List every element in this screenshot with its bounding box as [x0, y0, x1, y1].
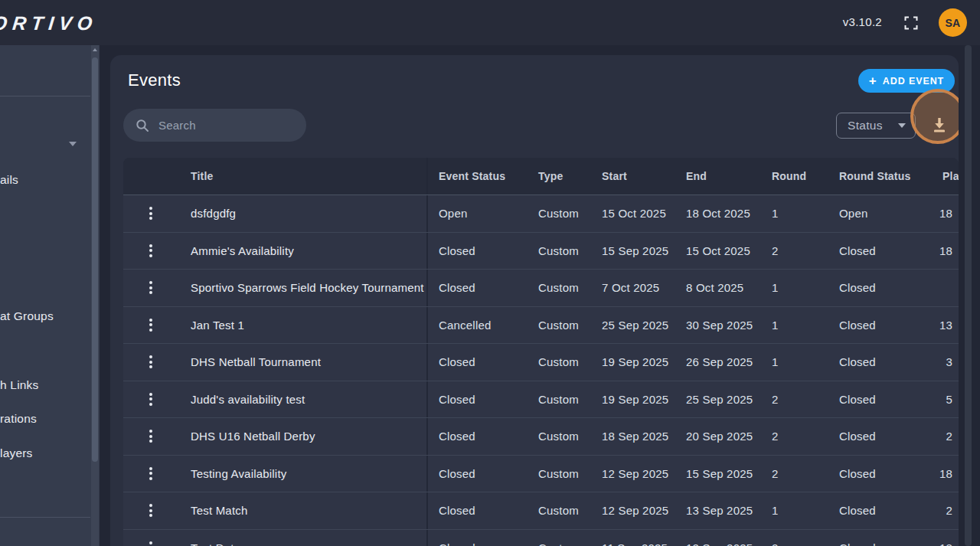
- user-avatar[interactable]: SA: [939, 8, 967, 37]
- row-players: 3: [942, 344, 959, 381]
- row-actions-menu-icon[interactable]: [149, 207, 152, 220]
- scrollbar-up-arrow-icon[interactable]: [93, 48, 97, 51]
- row-round: 2: [772, 456, 839, 492]
- row-round: 1: [772, 344, 839, 381]
- row-round-status: Closed: [839, 530, 942, 546]
- table-row[interactable]: Sportivo Sparrows Field Hockey Tournamen…: [123, 269, 959, 306]
- row-actions-menu-icon[interactable]: [149, 504, 152, 517]
- row-type: Custom: [538, 307, 602, 344]
- row-round: 2: [772, 530, 839, 546]
- page-scrollbar[interactable]: [965, 45, 972, 546]
- chevron-down-icon[interactable]: [69, 142, 77, 146]
- table-row[interactable]: Testing Availability Closed Custom 12 Se…: [123, 455, 959, 492]
- sidebar-item-rations[interactable]: rations: [0, 412, 37, 426]
- row-round-status: Closed: [839, 344, 942, 381]
- top-bar: ORTIVO v3.10.2 SA: [0, 0, 980, 45]
- row-players: 18: [942, 456, 959, 492]
- table-row[interactable]: Ammie's Availability Closed Custom 15 Se…: [123, 232, 959, 270]
- row-actions-menu-icon[interactable]: [149, 319, 152, 332]
- row-menu-cell: [123, 418, 191, 455]
- row-end-date: 15 Sep 2025: [686, 456, 772, 492]
- row-players: 13: [942, 307, 959, 344]
- row-end-date: 26 Sep 2025: [686, 344, 772, 381]
- row-title: Jan Test 1: [191, 307, 426, 344]
- search-input[interactable]: [158, 119, 289, 132]
- table-row[interactable]: dsfdgdfg Open Custom 15 Oct 2025 18 Oct …: [123, 195, 959, 232]
- row-round: 1: [772, 270, 839, 306]
- sportivo-logo[interactable]: ORTIVO: [0, 12, 99, 34]
- download-icon: [930, 116, 949, 134]
- row-round: 2: [772, 418, 839, 455]
- row-menu-cell: [123, 530, 191, 546]
- sidebar-item-players[interactable]: layers: [0, 446, 33, 460]
- table-row[interactable]: DHS Netball Tournament Closed Custom 19 …: [123, 343, 959, 381]
- row-actions-menu-icon[interactable]: [149, 393, 152, 406]
- row-round: 1: [772, 195, 839, 232]
- table-row[interactable]: Judd's availability test Closed Custom 1…: [123, 381, 959, 418]
- sidebar-scrollbar[interactable]: [91, 45, 99, 546]
- row-round-status: Closed: [839, 492, 942, 529]
- row-start-date: 19 Sep 2025: [602, 381, 686, 418]
- row-actions-menu-icon[interactable]: [149, 541, 152, 546]
- column-header-start: Start: [602, 158, 686, 195]
- row-players: 5: [942, 381, 959, 418]
- row-round-status: Closed: [839, 456, 942, 492]
- row-players: [942, 270, 959, 306]
- status-filter-dropdown[interactable]: Status: [836, 113, 916, 139]
- sidebar-item-details[interactable]: ails: [0, 173, 18, 187]
- row-actions-menu-icon[interactable]: [149, 467, 152, 480]
- row-players: 18: [942, 233, 959, 270]
- row-start-date: 7 Oct 2025: [602, 270, 686, 306]
- table-row[interactable]: Test Match Closed Custom 12 Sep 2025 13 …: [123, 492, 959, 529]
- row-type: Custom: [538, 456, 602, 492]
- row-type: Custom: [538, 381, 602, 418]
- sidebar: ails at Groups h Links rations layers: [0, 45, 100, 546]
- row-players: 2: [942, 418, 959, 455]
- download-button[interactable]: [930, 116, 949, 134]
- row-end-date: 13 Sep 2025: [686, 492, 772, 529]
- table-row[interactable]: Jan Test 1 Cancelled Custom 25 Sep 2025 …: [123, 306, 959, 344]
- row-actions-menu-icon[interactable]: [149, 355, 152, 368]
- row-menu-cell: [123, 195, 191, 232]
- plus-icon: +: [869, 74, 877, 87]
- row-type: Custom: [538, 344, 602, 381]
- table-row[interactable]: DHS U16 Netball Derby Closed Custom 18 S…: [123, 417, 959, 455]
- row-title: dsfdgdfg: [191, 195, 426, 232]
- row-actions-menu-icon[interactable]: [149, 281, 152, 294]
- table-row[interactable]: Test Dates Closed Custom 11 Sep 2025 12 …: [123, 529, 959, 546]
- row-round-status: Closed: [839, 270, 942, 306]
- search-icon: [136, 119, 149, 132]
- row-menu-cell: [123, 233, 191, 270]
- sidebar-item-links[interactable]: h Links: [0, 378, 39, 392]
- row-title: Judd's availability test: [191, 381, 426, 418]
- sidebar-divider: [0, 517, 90, 518]
- row-menu-cell: [123, 270, 191, 306]
- row-start-date: 11 Sep 2025: [602, 530, 686, 546]
- app-version: v3.10.2: [843, 15, 882, 28]
- events-table: Title Event Status Type Start End Round …: [123, 158, 959, 546]
- row-round-status: Closed: [839, 418, 942, 455]
- row-event-status: Closed: [426, 381, 538, 418]
- row-menu-cell: [123, 381, 191, 418]
- sidebar-item-chat-groups[interactable]: at Groups: [0, 309, 54, 323]
- row-title: Testing Availability: [191, 456, 426, 492]
- row-event-status: Closed: [426, 418, 538, 455]
- row-players: 2: [942, 492, 959, 529]
- row-round: 2: [772, 381, 839, 418]
- row-event-status: Closed: [426, 456, 538, 492]
- row-start-date: 12 Sep 2025: [602, 456, 686, 492]
- row-type: Custom: [538, 530, 602, 546]
- fullscreen-icon[interactable]: [904, 16, 918, 30]
- row-actions-menu-icon[interactable]: [149, 244, 152, 257]
- row-end-date: 15 Oct 2025: [686, 233, 772, 270]
- row-type: Custom: [538, 270, 602, 306]
- row-event-status: Closed: [426, 530, 538, 546]
- column-header-event-status: Event Status: [426, 158, 538, 195]
- row-end-date: 25 Sep 2025: [686, 381, 772, 418]
- search-box[interactable]: [123, 109, 306, 142]
- row-actions-menu-icon[interactable]: [149, 430, 152, 443]
- chevron-down-icon: [898, 123, 906, 128]
- sidebar-scrollbar-thumb[interactable]: [92, 57, 98, 462]
- add-event-button[interactable]: + ADD EVENT: [858, 69, 955, 93]
- column-header-end: End: [686, 158, 772, 195]
